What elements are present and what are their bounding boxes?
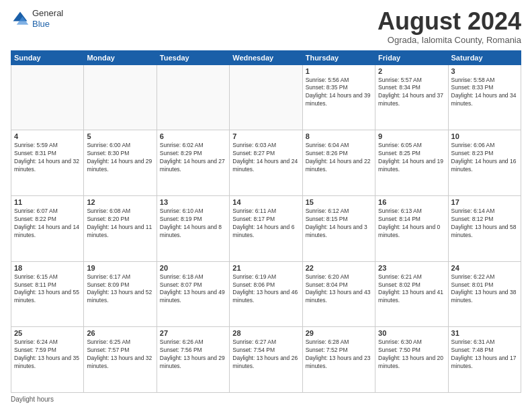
calendar-cell: 23Sunrise: 6:21 AM Sunset: 8:02 PM Dayli…	[375, 261, 448, 327]
calendar-cell: 10Sunrise: 6:06 AM Sunset: 8:23 PM Dayli…	[448, 130, 521, 196]
day-number: 6	[160, 132, 226, 140]
calendar-cell: 5Sunrise: 6:00 AM Sunset: 8:30 PM Daylig…	[84, 130, 157, 196]
calendar-cell: 13Sunrise: 6:10 AM Sunset: 8:19 PM Dayli…	[157, 195, 229, 261]
day-number: 24	[451, 264, 518, 272]
calendar-day-header: Wednesday	[230, 50, 302, 64]
calendar-cell: 8Sunrise: 6:04 AM Sunset: 8:26 PM Daylig…	[302, 130, 375, 196]
page: General Blue August 2024 Ograda, Ialomit…	[0, 0, 532, 411]
day-number: 27	[160, 329, 226, 337]
day-info: Sunrise: 6:30 AM Sunset: 7:50 PM Dayligh…	[378, 338, 445, 371]
calendar-week-row: 18Sunrise: 6:15 AM Sunset: 8:11 PM Dayli…	[11, 261, 521, 327]
logo: General Blue	[11, 8, 63, 29]
footer-note: Daylight hours	[11, 396, 521, 403]
day-info: Sunrise: 6:06 AM Sunset: 8:23 PM Dayligh…	[451, 142, 518, 174]
day-info: Sunrise: 6:18 AM Sunset: 8:07 PM Dayligh…	[160, 273, 226, 306]
calendar-week-row: 11Sunrise: 6:07 AM Sunset: 8:22 PM Dayli…	[11, 195, 521, 261]
calendar-cell	[11, 64, 84, 130]
daylight-hours-label: Daylight hours	[11, 396, 54, 403]
day-number: 19	[87, 264, 153, 272]
day-info: Sunrise: 6:22 AM Sunset: 8:01 PM Dayligh…	[451, 273, 518, 306]
day-info: Sunrise: 6:03 AM Sunset: 8:27 PM Dayligh…	[232, 142, 299, 174]
day-number: 13	[160, 198, 226, 206]
calendar-week-row: 25Sunrise: 6:24 AM Sunset: 7:59 PM Dayli…	[11, 327, 521, 393]
day-info: Sunrise: 5:57 AM Sunset: 8:34 PM Dayligh…	[378, 77, 445, 109]
day-info: Sunrise: 6:17 AM Sunset: 8:09 PM Dayligh…	[87, 273, 153, 306]
day-number: 15	[306, 198, 372, 206]
day-number: 21	[232, 264, 299, 272]
calendar-cell: 14Sunrise: 6:11 AM Sunset: 8:17 PM Dayli…	[230, 195, 302, 261]
calendar-cell: 18Sunrise: 6:15 AM Sunset: 8:11 PM Dayli…	[11, 261, 84, 327]
day-number: 22	[306, 264, 372, 272]
day-info: Sunrise: 5:58 AM Sunset: 8:33 PM Dayligh…	[451, 77, 518, 109]
day-number: 10	[451, 132, 518, 140]
logo-icon	[11, 9, 30, 28]
calendar-cell	[230, 64, 302, 130]
day-number: 2	[378, 67, 445, 75]
day-number: 8	[306, 132, 372, 140]
day-info: Sunrise: 6:25 AM Sunset: 7:57 PM Dayligh…	[87, 338, 153, 371]
calendar-cell: 27Sunrise: 6:26 AM Sunset: 7:56 PM Dayli…	[157, 327, 229, 393]
calendar-cell: 28Sunrise: 6:27 AM Sunset: 7:54 PM Dayli…	[230, 327, 302, 393]
day-info: Sunrise: 6:13 AM Sunset: 8:14 PM Dayligh…	[378, 208, 445, 240]
day-number: 4	[14, 132, 81, 140]
day-info: Sunrise: 6:21 AM Sunset: 8:02 PM Dayligh…	[378, 273, 445, 306]
calendar-cell: 17Sunrise: 6:14 AM Sunset: 8:12 PM Dayli…	[448, 195, 521, 261]
calendar-week-row: 4Sunrise: 5:59 AM Sunset: 8:31 PM Daylig…	[11, 130, 521, 196]
day-number: 26	[87, 329, 153, 337]
calendar-day-header: Thursday	[302, 50, 375, 64]
calendar-cell: 30Sunrise: 6:30 AM Sunset: 7:50 PM Dayli…	[375, 327, 448, 393]
calendar-cell: 22Sunrise: 6:20 AM Sunset: 8:04 PM Dayli…	[302, 261, 375, 327]
calendar-cell: 29Sunrise: 6:28 AM Sunset: 7:52 PM Dayli…	[302, 327, 375, 393]
calendar-cell: 26Sunrise: 6:25 AM Sunset: 7:57 PM Dayli…	[84, 327, 157, 393]
day-info: Sunrise: 6:26 AM Sunset: 7:56 PM Dayligh…	[160, 338, 226, 371]
month-year: August 2024	[378, 8, 521, 35]
day-info: Sunrise: 6:11 AM Sunset: 8:17 PM Dayligh…	[232, 208, 299, 240]
day-number: 1	[306, 67, 372, 75]
day-info: Sunrise: 6:19 AM Sunset: 8:06 PM Dayligh…	[232, 273, 299, 306]
calendar-cell: 31Sunrise: 6:31 AM Sunset: 7:48 PM Dayli…	[448, 327, 521, 393]
calendar-table: SundayMondayTuesdayWednesdayThursdayFrid…	[11, 50, 521, 393]
calendar-cell: 20Sunrise: 6:18 AM Sunset: 8:07 PM Dayli…	[157, 261, 229, 327]
day-info: Sunrise: 5:56 AM Sunset: 8:35 PM Dayligh…	[306, 77, 372, 109]
day-number: 29	[306, 329, 372, 337]
day-info: Sunrise: 6:24 AM Sunset: 7:59 PM Dayligh…	[14, 338, 81, 371]
day-number: 14	[232, 198, 299, 206]
calendar-cell: 4Sunrise: 5:59 AM Sunset: 8:31 PM Daylig…	[11, 130, 84, 196]
day-number: 5	[87, 132, 153, 140]
calendar-cell: 16Sunrise: 6:13 AM Sunset: 8:14 PM Dayli…	[375, 195, 448, 261]
calendar-day-header: Tuesday	[157, 50, 229, 64]
calendar-header-row: SundayMondayTuesdayWednesdayThursdayFrid…	[11, 50, 521, 64]
calendar-cell: 6Sunrise: 6:02 AM Sunset: 8:29 PM Daylig…	[157, 130, 229, 196]
day-number: 18	[14, 264, 81, 272]
day-number: 20	[160, 264, 226, 272]
calendar-cell: 11Sunrise: 6:07 AM Sunset: 8:22 PM Dayli…	[11, 195, 84, 261]
day-number: 17	[451, 198, 518, 206]
day-info: Sunrise: 6:12 AM Sunset: 8:15 PM Dayligh…	[306, 208, 372, 240]
day-info: Sunrise: 6:02 AM Sunset: 8:29 PM Dayligh…	[160, 142, 226, 174]
calendar-cell: 15Sunrise: 6:12 AM Sunset: 8:15 PM Dayli…	[302, 195, 375, 261]
logo-text: General Blue	[32, 8, 63, 29]
day-info: Sunrise: 6:28 AM Sunset: 7:52 PM Dayligh…	[306, 338, 372, 371]
calendar-day-header: Friday	[375, 50, 448, 64]
day-number: 25	[14, 329, 81, 337]
calendar-cell: 2Sunrise: 5:57 AM Sunset: 8:34 PM Daylig…	[375, 64, 448, 130]
calendar-day-header: Monday	[84, 50, 157, 64]
title-block: August 2024 Ograda, Ialomita County, Rom…	[378, 8, 521, 45]
day-number: 12	[87, 198, 153, 206]
day-info: Sunrise: 6:07 AM Sunset: 8:22 PM Dayligh…	[14, 208, 81, 240]
day-info: Sunrise: 6:10 AM Sunset: 8:19 PM Dayligh…	[160, 208, 226, 240]
day-info: Sunrise: 6:05 AM Sunset: 8:25 PM Dayligh…	[378, 142, 445, 174]
day-info: Sunrise: 5:59 AM Sunset: 8:31 PM Dayligh…	[14, 142, 81, 174]
day-info: Sunrise: 6:00 AM Sunset: 8:30 PM Dayligh…	[87, 142, 153, 174]
calendar-cell: 9Sunrise: 6:05 AM Sunset: 8:25 PM Daylig…	[375, 130, 448, 196]
day-number: 23	[378, 264, 445, 272]
day-info: Sunrise: 6:27 AM Sunset: 7:54 PM Dayligh…	[232, 338, 299, 371]
calendar-cell: 1Sunrise: 5:56 AM Sunset: 8:35 PM Daylig…	[302, 64, 375, 130]
day-number: 9	[378, 132, 445, 140]
day-number: 30	[378, 329, 445, 337]
calendar-day-header: Sunday	[11, 50, 84, 64]
location: Ograda, Ialomita County, Romania	[378, 35, 521, 45]
day-info: Sunrise: 6:14 AM Sunset: 8:12 PM Dayligh…	[451, 208, 518, 240]
calendar-week-row: 1Sunrise: 5:56 AM Sunset: 8:35 PM Daylig…	[11, 64, 521, 130]
calendar-cell	[157, 64, 229, 130]
